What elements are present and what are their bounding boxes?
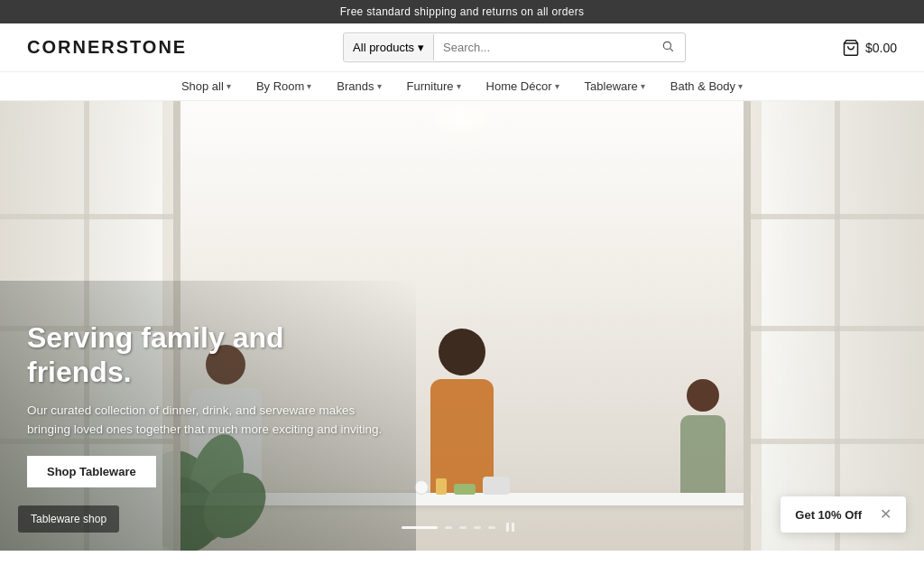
- search-category-chevron: ▾: [418, 41, 424, 54]
- slide-dot-1[interactable]: [402, 526, 438, 529]
- chevron-down-icon: ▾: [307, 81, 311, 91]
- nav-item-tableware[interactable]: Tableware ▾: [585, 79, 645, 93]
- person-2: [430, 329, 494, 496]
- pause-icon: [506, 521, 519, 533]
- chevron-down-icon: ▾: [226, 81, 231, 91]
- cart-area[interactable]: $0.00: [842, 39, 897, 57]
- slide-dot-3[interactable]: [459, 526, 467, 529]
- hero-subtitle: Our curated collection of dinner, drink,…: [27, 401, 388, 440]
- hero-content: Serving family and friends. Our curated …: [27, 320, 388, 487]
- hero-title: Serving family and friends.: [27, 320, 388, 390]
- search-category-dropdown[interactable]: All products ▾: [344, 34, 434, 60]
- nav-item-by-room[interactable]: By Room ▾: [256, 79, 311, 93]
- slide-indicators: [402, 519, 522, 536]
- slide-dot-5[interactable]: [488, 526, 495, 529]
- discount-popup: Get 10% Off ✕: [781, 496, 906, 533]
- site-logo[interactable]: CORNERSTONE: [27, 37, 187, 58]
- nav-item-home-decor[interactable]: Home Décor ▾: [486, 79, 559, 93]
- header: CORNERSTONE All products ▾ $0.00: [0, 23, 924, 72]
- discount-label: Get 10% Off: [795, 508, 862, 522]
- pause-button[interactable]: [503, 519, 522, 536]
- announcement-text: Free standard shipping and returns on al…: [340, 5, 585, 18]
- main-nav: Shop all ▾ By Room ▾ Brands ▾ Furniture …: [0, 72, 924, 101]
- svg-point-0: [663, 42, 670, 49]
- chevron-down-icon: ▾: [377, 81, 382, 91]
- hero-cta-button[interactable]: Shop Tableware: [27, 456, 156, 487]
- slide-dot-4[interactable]: [474, 526, 481, 529]
- slide-dot-2[interactable]: [445, 526, 452, 529]
- nav-item-furniture[interactable]: Furniture ▾: [407, 79, 461, 93]
- chevron-down-icon: ▾: [641, 81, 645, 91]
- nav-item-bath-body[interactable]: Bath & Body ▾: [670, 79, 743, 93]
- search-button[interactable]: [651, 33, 685, 61]
- door-frame-right: [744, 101, 924, 551]
- tableware-badge[interactable]: Tableware shop: [18, 505, 119, 533]
- chevron-down-icon: ▾: [738, 81, 743, 91]
- cart-icon: [842, 39, 860, 57]
- nav-item-brands[interactable]: Brands ▾: [337, 79, 381, 93]
- close-popup-button[interactable]: ✕: [880, 507, 892, 522]
- person-3: [680, 379, 725, 496]
- announcement-bar: Free standard shipping and returns on al…: [0, 0, 924, 23]
- nav-item-shop-all[interactable]: Shop all ▾: [181, 79, 231, 93]
- search-icon: [661, 40, 674, 52]
- search-category-label: All products: [353, 41, 414, 54]
- search-container: All products ▾: [343, 32, 686, 62]
- chevron-down-icon: ▾: [457, 81, 461, 91]
- hero-section: Serving family and friends. Our curated …: [0, 101, 924, 551]
- cart-total: $0.00: [865, 41, 897, 55]
- svg-line-1: [670, 49, 673, 51]
- chevron-down-icon: ▾: [555, 81, 559, 91]
- search-input[interactable]: [434, 34, 651, 60]
